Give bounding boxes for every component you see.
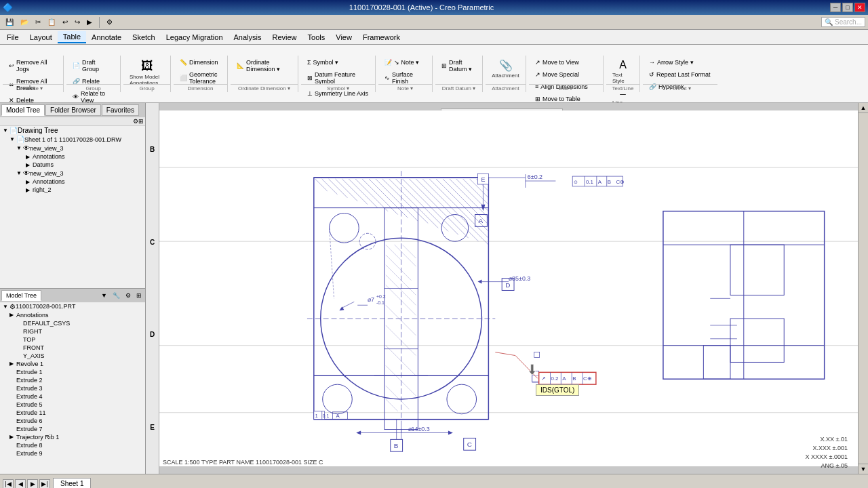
sheet-first-button[interactable]: |◀ (3, 479, 14, 488)
minimize-button[interactable]: ─ (830, 3, 841, 12)
extrude3-item[interactable]: Extrude 3 (0, 384, 145, 392)
right-datum-item[interactable]: RIGHT (0, 327, 145, 336)
note-group: 📝↘ Note ▾ ∿Surface Finish Note ▾ (378, 56, 433, 92)
close-button[interactable]: ✕ (854, 3, 865, 12)
symbol-button[interactable]: ΣSymbol ▾ (304, 57, 342, 68)
annotations1-item[interactable]: ▶ Annotations (0, 152, 145, 161)
move-special-button[interactable]: ↗Move Special (532, 69, 583, 80)
right-panel-down-button[interactable]: ▼ (859, 464, 868, 474)
tab-model-tree-bottom[interactable]: Model Tree (1, 290, 41, 301)
attachment-button[interactable]: 📎Attachment (488, 57, 522, 81)
datums1-item[interactable]: ▶ Datums (0, 161, 145, 169)
sheet-next-button[interactable]: ▶ (27, 479, 38, 488)
symbol-label: Symbol ▾ (301, 84, 375, 92)
panel-top-tabs: Model Tree Folder Browser Favorites (0, 103, 145, 117)
svg-text:C⊕: C⊕ (616, 179, 625, 185)
quick-copy-icon[interactable]: 📋 (45, 17, 58, 27)
delete-group: ↩Remove All Jogs ⬌Remove All Breaks ✕Del… (3, 56, 64, 92)
drawing-tree-item[interactable]: ▼ 📄 Drawing Tree (0, 126, 145, 135)
menu-review[interactable]: Review (267, 32, 302, 43)
quick-open-icon[interactable]: 📂 (18, 17, 31, 27)
menu-tools[interactable]: Tools (302, 32, 331, 43)
quick-redo-icon[interactable]: ↪ (72, 17, 83, 27)
extrude2-item[interactable]: Extrude 2 (0, 376, 145, 384)
filter-icon[interactable]: 🔧 (111, 291, 122, 300)
expand2-icon[interactable]: ⊞ (134, 291, 144, 300)
svg-text:⌀85±0.3: ⌀85±0.3 (509, 275, 530, 282)
sheet-tabs-bar: |◀ ◀ ▶ ▶| Sheet 1 (0, 474, 868, 488)
remove-jogs-button[interactable]: ↩Remove All Jogs (5, 57, 60, 75)
move-to-view-button[interactable]: ↗Move to View (532, 57, 583, 68)
view2-item[interactable]: ▼ 👁 new_view_3 (0, 169, 145, 178)
ordinate-dimension-button[interactable]: 📐Ordinate Dimension ▾ (233, 57, 295, 75)
dimension-group: 📏Dimension ⬜Geometric Tolerance Dimensio… (174, 56, 228, 92)
menu-framework[interactable]: Framework (357, 32, 406, 43)
sort-icon[interactable]: ▼ (99, 291, 109, 300)
maximize-button[interactable]: □ (842, 3, 853, 12)
delete-button[interactable]: ✕Delete (5, 95, 37, 103)
extrude7-item[interactable]: Extrude 7 (0, 425, 145, 433)
dimension-button[interactable]: 📏Dimension (176, 57, 222, 68)
extrude1-item[interactable]: Extrude 1 (0, 368, 145, 376)
settings2-icon[interactable]: ⚙ (123, 291, 133, 300)
annotations-part-item[interactable]: ▶ Annotations (0, 311, 145, 319)
menu-analysis[interactable]: Analysis (229, 32, 267, 43)
menu-legacy-migration[interactable]: Legacy Migration (161, 32, 229, 43)
extrude9-item[interactable]: Extrude 9 (0, 449, 145, 458)
tab-model-tree[interactable]: Model Tree (1, 104, 45, 116)
model-tree-panel: Model Tree ▼ 🔧 ⚙ ⊞ ▼ ⚙ 1100170028-001.PR… (0, 289, 145, 474)
sheet-prev-button[interactable]: ◀ (15, 479, 26, 488)
extrude5-item[interactable]: Extrude 5 (0, 401, 145, 409)
text-style-group: AText Style ─Line Style Text/Line (606, 56, 640, 92)
menu-view[interactable]: View (330, 32, 357, 43)
move-to-table-button[interactable]: ⊞Move to Table (532, 94, 584, 103)
group-label: Group (66, 84, 120, 92)
datum-target-button[interactable]: ⊙Datum Target (304, 100, 355, 103)
menu-table[interactable]: Table (58, 31, 86, 43)
annotations2-item[interactable]: ▶ Annotations (0, 178, 145, 186)
svg-text:D: D (505, 281, 510, 289)
arrow-style-button[interactable]: →Arrow Style ▾ (646, 57, 697, 68)
text-style-button[interactable]: AText Style (609, 57, 637, 86)
tab-folder-browser[interactable]: Folder Browser (45, 104, 101, 116)
quick-save-icon[interactable]: 💾 (3, 17, 16, 27)
sheet-item[interactable]: ▼ 📄 Sheet 1 of 1 1100170028-001.DRW (0, 135, 145, 144)
draft-datum-label: Draft Datum ▾ (435, 84, 482, 92)
menu-layout[interactable]: Layout (24, 32, 58, 43)
svg-text:0.1: 0.1 (586, 179, 594, 185)
search-bar[interactable]: 🔍 Search... (821, 17, 865, 27)
quick-undo-icon[interactable]: ↩ (60, 17, 71, 27)
quick-settings-icon[interactable]: ⚙ (104, 17, 115, 27)
y-axis-item[interactable]: Y_AXIS (0, 352, 145, 360)
right2-item[interactable]: ▶ right_2 (0, 186, 145, 194)
panel-expand-icon[interactable]: ⊞ (138, 118, 144, 125)
sheet-1-tab[interactable]: Sheet 1 (53, 478, 91, 488)
top-datum-item[interactable]: TOP (0, 336, 145, 344)
quick-run-icon[interactable]: ▶ (84, 17, 95, 27)
default-csys-item[interactable]: DEFAULT_CSYS (0, 319, 145, 327)
panel-settings-icon[interactable]: ⚙ (133, 118, 138, 125)
svg-text:-0.1: -0.1 (376, 300, 384, 305)
draft-group-button[interactable]: 📄Draft Group (69, 57, 117, 75)
extrude8-item[interactable]: Extrude 8 (0, 441, 145, 449)
extrude11-item[interactable]: Extrude 11 (0, 409, 145, 417)
front-datum-item[interactable]: FRONT (0, 344, 145, 352)
drawing-canvas-area[interactable]: B C D E ⊡ 🔍 🔎 ↺ ⬜ ▣ 🖼 ⚙ (146, 103, 858, 474)
draft-datum-button[interactable]: ⊞Draft Datum ▾ (438, 57, 479, 75)
revolve1-item[interactable]: ▶ Revolve 1 (0, 360, 145, 368)
part-root-item[interactable]: ▼ ⚙ 1100170028-001.PRT (0, 302, 145, 311)
trajectory-rib1-item[interactable]: ▶ Trajectory Rib 1 (0, 433, 145, 441)
note-button[interactable]: 📝↘ Note ▾ (381, 57, 422, 68)
svg-text:C: C (467, 441, 472, 448)
menu-annotate[interactable]: Annotate (86, 32, 127, 43)
sheet-last-button[interactable]: ▶| (39, 479, 50, 488)
quick-cut-icon[interactable]: ✂ (33, 17, 43, 27)
repeat-last-format-button[interactable]: ↺Repeat Last Format (646, 69, 714, 80)
extrude4-item[interactable]: Extrude 4 (0, 392, 145, 401)
view1-item[interactable]: ▼ 👁 new_view_3 (0, 144, 145, 152)
menu-file[interactable]: File (1, 32, 24, 43)
right-panel-up-button[interactable]: ▲ (859, 103, 868, 113)
menu-sketch[interactable]: Sketch (127, 32, 161, 43)
extrude6-item[interactable]: Extrude 6 (0, 417, 145, 425)
tab-favorites[interactable]: Favorites (102, 104, 139, 116)
